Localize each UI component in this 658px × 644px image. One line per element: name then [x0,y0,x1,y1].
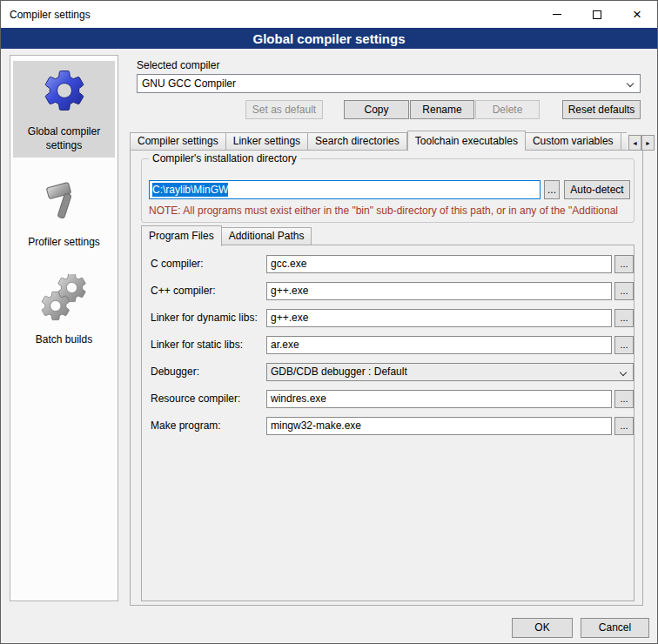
gears-gray-icon [38,272,91,325]
resource-compiler-label: Resource compiler: [151,390,240,408]
compiler-settings-window: Compiler settings × Global compiler sett… [0,0,658,644]
tab-scroll-left-button[interactable]: ◄ [628,135,641,151]
linker-dynamic-input[interactable]: g++.exe [266,309,612,327]
make-program-browse-button[interactable]: ... [614,417,634,435]
toolchain-executables-page: Compiler's installation directory C:\ray… [130,150,643,606]
rename-button[interactable]: Rename [410,100,474,119]
tab-linker-settings[interactable]: Linker settings [226,132,308,151]
linker-static-label: Linker for static libs: [151,336,243,354]
hammer-icon [38,175,91,227]
sidebar-item-label: Batch builds [36,333,92,347]
c-compiler-input[interactable]: gcc.exe [266,255,612,273]
c-compiler-browse-button[interactable]: ... [614,255,634,273]
sidebar-item-profiler-settings[interactable]: Profiler settings [13,171,115,255]
tab-scroll-buttons: ◄ ► [628,135,655,151]
subtab-program-files[interactable]: Program Files [141,225,222,246]
tab-scroll-right-button[interactable]: ► [641,135,655,151]
tab-strip: Compiler settings Linker settings Search… [130,130,655,151]
window-title: Compiler settings [1,9,91,21]
arrow-right-icon: ► [645,140,651,146]
tab-build-options[interactable]: Build [621,132,627,151]
tab-search-directories[interactable]: Search directories [308,132,407,151]
program-files-page: C compiler: gcc.exe ... C++ compiler: g+… [141,245,634,601]
compiler-select-value: GNU GCC Compiler [142,77,236,90]
debugger-select-value: GDB/CDB debugger : Default [271,366,407,378]
reset-defaults-button[interactable]: Reset defaults [562,100,641,119]
cpp-compiler-label: C++ compiler: [151,282,216,300]
note-text: NOTE: All programs must exist either in … [149,205,630,217]
category-list: Global compiler settings Profiler settin… [10,55,118,601]
arrow-left-icon: ◄ [632,140,638,146]
titlebar: Compiler settings × [1,1,657,28]
selected-text: C:\raylib\MinGW [152,183,228,197]
tab-toolchain-executables[interactable]: Toolchain executables [407,131,526,151]
sidebar-item-label: Profiler settings [28,236,100,250]
auto-detect-button[interactable]: Auto-detect [564,180,630,199]
linker-dynamic-label: Linker for dynamic libs: [151,309,258,327]
maximize-button[interactable] [577,1,617,28]
caption-buttons: × [537,1,657,28]
linker-static-input[interactable]: ar.exe [266,336,612,354]
sidebar-item-global-compiler-settings[interactable]: Global compiler settings [13,61,115,158]
compiler-select[interactable]: GNU GCC Compiler [137,74,641,93]
maximize-icon [593,10,601,19]
resource-compiler-browse-button[interactable]: ... [614,390,634,408]
ok-button[interactable]: OK [512,618,573,638]
debugger-label: Debugger: [151,363,199,381]
tabs: Compiler settings Linker settings Search… [130,130,627,151]
set-as-default-button: Set as default [245,100,323,119]
c-compiler-label: C compiler: [151,255,204,273]
linker-dynamic-browse-button[interactable]: ... [614,309,634,327]
sidebar-item-batch-builds[interactable]: Batch builds [13,269,115,352]
close-button[interactable]: × [617,1,657,28]
main-panel: Selected compiler GNU GCC Compiler Set a… [127,51,655,608]
debugger-select[interactable]: GDB/CDB debugger : Default [266,363,634,381]
subtab-strip: Program Files Additional Paths [141,226,312,245]
minimize-icon [553,14,561,15]
minimize-button[interactable] [537,1,577,28]
linker-static-browse-button[interactable]: ... [614,336,634,354]
close-icon: × [633,7,641,22]
selected-compiler-label: Selected compiler [137,58,219,72]
cpp-compiler-browse-button[interactable]: ... [614,282,634,300]
gear-blue-icon [38,64,91,117]
chevron-down-icon [627,80,634,87]
sidebar-item-label: Global compiler settings [15,125,113,152]
cancel-button[interactable]: Cancel [581,618,649,638]
installation-directory-group: Compiler's installation directory C:\ray… [141,158,634,223]
page-title: Global compiler settings [1,28,657,49]
tab-custom-variables[interactable]: Custom variables [526,132,621,151]
copy-button[interactable]: Copy [344,100,409,119]
chevron-down-icon [620,369,627,376]
installation-directory-legend: Compiler's installation directory [149,152,300,164]
resource-compiler-input[interactable]: windres.exe [266,390,612,408]
make-program-label: Make program: [151,417,221,435]
tab-compiler-settings[interactable]: Compiler settings [130,132,226,151]
cpp-compiler-input[interactable]: g++.exe [266,282,612,300]
subtab-additional-paths[interactable]: Additional Paths [222,227,312,245]
install-dir-input[interactable]: C:\raylib\MinGW [149,180,540,199]
browse-install-dir-button[interactable]: ... [544,180,560,199]
make-program-input[interactable]: mingw32-make.exe [266,417,612,435]
delete-button: Delete [475,100,540,119]
